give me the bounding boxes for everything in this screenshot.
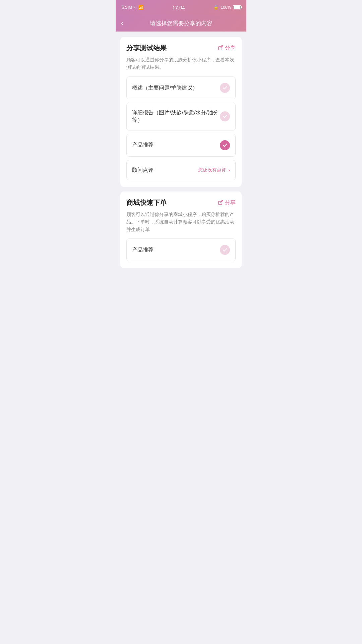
carrier-label: 无SIM卡 <box>121 5 136 10</box>
card-desc-2: 顾客可以通过你分享的商城小程序，购买你推荐的产品。下单时，系统自动计算顾客可以享… <box>126 211 236 233</box>
option-product-1[interactable]: 产品推荐 <box>126 134 236 157</box>
main-content: 分享测试结果 分享 顾客可以通过你分享的肌肤分析仪小程序，查看本次测试的测试结果… <box>116 32 246 273</box>
option-list-1: 概述（主要问题/护肤建议） 详细报告（图片/肤龄/肤质/水分/油分等） <box>126 76 236 180</box>
option-list-2: 产品推荐 <box>126 238 236 261</box>
back-button[interactable]: ‹ <box>121 19 123 27</box>
share-icon-2 <box>218 200 224 206</box>
advisor-label: 顾问点评 <box>132 166 154 174</box>
share-label-2: 分享 <box>225 199 236 206</box>
status-left: 无SIM卡 📶 <box>121 5 143 10</box>
battery-fill <box>234 6 240 9</box>
advisor-status: 您还没有点评 <box>198 167 226 173</box>
test-result-card: 分享测试结果 分享 顾客可以通过你分享的肌肤分析仪小程序，查看本次测试的测试结果… <box>120 37 242 187</box>
card-header-2: 商城快速下单 分享 <box>126 198 236 207</box>
wifi-icon: 📶 <box>138 5 143 10</box>
share-button-2[interactable]: 分享 <box>218 199 236 206</box>
check-product-1 <box>220 140 230 150</box>
option-overview-label: 概述（主要问题/护肤建议） <box>132 84 198 92</box>
card-header-1: 分享测试结果 分享 <box>126 44 236 53</box>
option-product-1-label: 产品推荐 <box>132 141 154 149</box>
page-header: ‹ 请选择您需要分享的内容 <box>116 15 246 32</box>
option-product-2[interactable]: 产品推荐 <box>126 238 236 261</box>
option-detail-report[interactable]: 详细报告（图片/肤龄/肤质/水分/油分等） <box>126 103 236 130</box>
chevron-right-icon: › <box>228 167 230 173</box>
status-right: 🔒 100% <box>214 5 241 10</box>
check-overview <box>220 83 230 93</box>
check-detail <box>220 111 230 121</box>
check-product-2 <box>220 245 230 255</box>
share-label-1: 分享 <box>225 45 236 52</box>
lock-icon: 🔒 <box>214 5 219 10</box>
card-title-1: 分享测试结果 <box>126 44 167 53</box>
share-icon-1 <box>218 45 224 51</box>
card-desc-1: 顾客可以通过你分享的肌肤分析仪小程序，查看本次测试的测试结果。 <box>126 56 236 71</box>
share-button-1[interactable]: 分享 <box>218 45 236 52</box>
page-title: 请选择您需要分享的内容 <box>150 19 213 27</box>
option-product-2-label: 产品推荐 <box>132 246 154 254</box>
status-bar: 无SIM卡 📶 17:04 🔒 100% <box>116 0 246 15</box>
card-title-2: 商城快速下单 <box>126 198 167 207</box>
status-time: 17:04 <box>172 5 185 10</box>
option-detail-label: 详细报告（图片/肤龄/肤质/水分/油分等） <box>132 109 220 124</box>
battery-bar <box>233 5 241 9</box>
advisor-right: 您还没有点评 › <box>198 167 230 173</box>
shop-order-card: 商城快速下单 分享 顾客可以通过你分享的商城小程序，购买你推荐的产品。下单时，系… <box>120 192 242 268</box>
battery-percent: 100% <box>221 5 231 10</box>
option-overview[interactable]: 概述（主要问题/护肤建议） <box>126 76 236 99</box>
advisor-row[interactable]: 顾问点评 您还没有点评 › <box>126 160 236 180</box>
